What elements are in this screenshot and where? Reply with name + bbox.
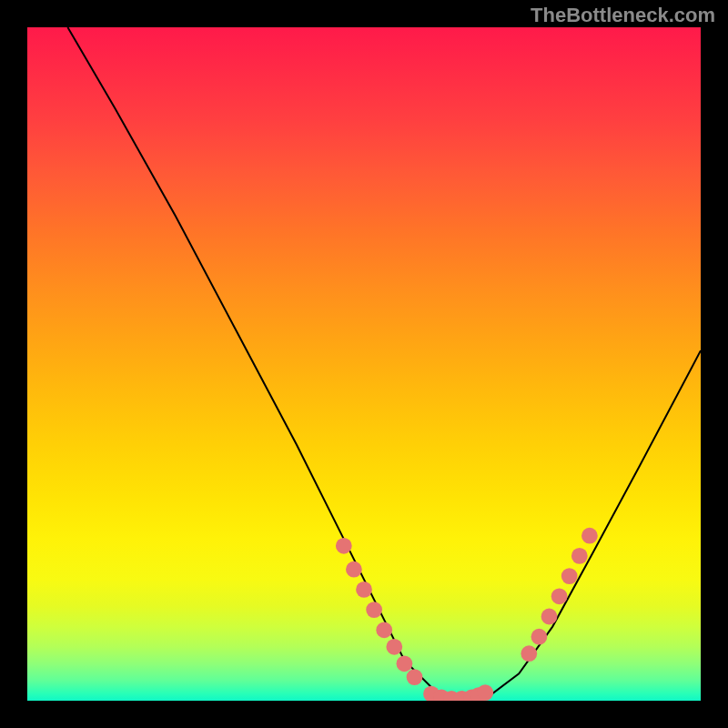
point-highlight-points-left-1 <box>346 561 362 578</box>
point-highlight-points-left-4 <box>376 622 392 638</box>
point-highlight-points-right-1 <box>531 629 548 645</box>
point-highlight-points-left-2 <box>356 581 372 598</box>
point-highlight-points-right-5 <box>571 548 588 564</box>
attribution-label: TheBottleneck.com <box>531 4 715 27</box>
curve-main-curve <box>67 27 701 701</box>
point-highlight-points-right-4 <box>561 568 578 584</box>
point-highlight-points-left-6 <box>397 655 413 672</box>
point-highlight-points-right-6 <box>581 528 598 544</box>
point-highlight-points-left-7 <box>407 669 423 685</box>
point-highlight-points-left-0 <box>336 538 352 554</box>
point-highlight-points-right-3 <box>551 588 568 604</box>
chart-svg <box>27 27 701 701</box>
bottleneck-chart <box>27 27 701 701</box>
point-highlight-points-bottom-6 <box>477 684 493 701</box>
point-highlight-points-left-3 <box>366 602 382 618</box>
point-highlight-points-right-2 <box>541 609 558 625</box>
point-highlight-points-left-5 <box>386 639 402 655</box>
point-highlight-points-right-0 <box>521 645 537 662</box>
